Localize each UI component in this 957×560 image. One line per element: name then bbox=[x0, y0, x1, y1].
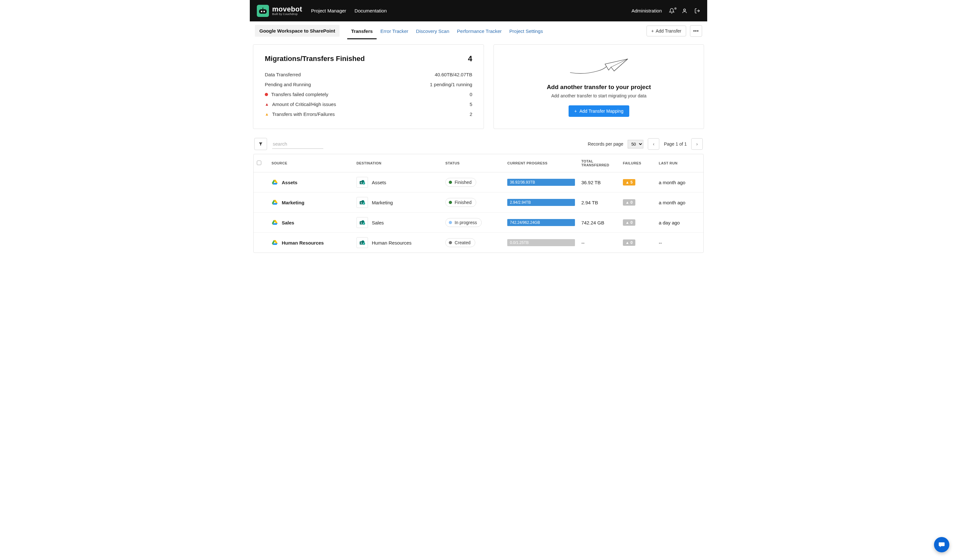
plus-icon: + bbox=[651, 28, 654, 33]
stat-critical: ▲Amount of Critical/High issues 5 bbox=[265, 99, 472, 109]
row-destination: Marketing bbox=[372, 200, 393, 205]
warning-triangle-icon: ▲ bbox=[625, 180, 629, 185]
user-icon[interactable] bbox=[682, 8, 687, 14]
search-input[interactable] bbox=[272, 139, 323, 149]
stat-value: 0 bbox=[469, 91, 472, 97]
google-drive-icon bbox=[272, 219, 278, 226]
row-status: Created bbox=[455, 240, 471, 245]
failure-badge: ▲ 0 bbox=[623, 199, 635, 206]
google-drive-icon bbox=[272, 199, 278, 206]
svg-point-12 bbox=[684, 9, 685, 11]
plus-icon: + bbox=[574, 109, 577, 114]
progress-bar: 36.92/36.93TB bbox=[507, 179, 575, 186]
row-status: Finished bbox=[455, 200, 471, 205]
status-dot-icon bbox=[449, 181, 452, 184]
svg-point-11 bbox=[262, 8, 263, 8]
brand-tagline: Built by Couchdrop bbox=[272, 13, 302, 16]
chevron-left-icon: ‹ bbox=[653, 142, 654, 147]
col-last-run[interactable]: LAST RUN bbox=[655, 154, 703, 172]
page-indicator: Page 1 of 1 bbox=[664, 142, 687, 147]
warning-triangle-icon: ▲ bbox=[625, 240, 629, 245]
next-page-button[interactable]: › bbox=[691, 138, 703, 150]
col-failures[interactable]: FAILURES bbox=[620, 154, 655, 172]
tab-project-settings[interactable]: Project Settings bbox=[505, 22, 547, 39]
row-total: 2.94 TB bbox=[578, 192, 620, 213]
logout-icon[interactable] bbox=[695, 8, 700, 14]
google-drive-icon bbox=[272, 240, 278, 246]
row-destination: Sales bbox=[372, 220, 384, 226]
sharepoint-icon bbox=[359, 199, 365, 206]
records-per-page-label: Records per page bbox=[588, 142, 623, 147]
add-transfer-button[interactable]: + Add Transfer bbox=[646, 25, 686, 36]
row-total: -- bbox=[578, 233, 620, 252]
row-fail-count: 5 bbox=[630, 180, 633, 185]
table-filter-row: Records per page 50 ‹ Page 1 of 1 › bbox=[250, 129, 707, 154]
red-dot-icon bbox=[265, 93, 268, 96]
tab-transfers[interactable]: Transfers bbox=[347, 22, 377, 39]
failure-badge: ▲ 5 bbox=[623, 179, 635, 186]
filter-button[interactable] bbox=[254, 138, 267, 150]
stat-value: 1 pending/1 running bbox=[430, 82, 472, 87]
row-source: Assets bbox=[282, 180, 297, 185]
more-actions-button[interactable]: ••• bbox=[690, 25, 702, 37]
nav-administration[interactable]: Administration bbox=[632, 8, 662, 13]
stat-label: Transfers failed completely bbox=[271, 91, 328, 97]
chevron-right-icon: › bbox=[696, 142, 698, 147]
col-destination[interactable]: DESTINATION bbox=[353, 154, 442, 172]
row-fail-count: 0 bbox=[630, 200, 633, 205]
summary-title: Migrations/Transfers Finished bbox=[265, 55, 365, 63]
table-row[interactable]: Human Resources Human Resources Created … bbox=[254, 233, 703, 252]
google-drive-icon bbox=[272, 179, 278, 186]
status-dot-icon bbox=[449, 221, 452, 224]
records-per-page-select[interactable]: 50 bbox=[628, 140, 643, 148]
stat-label: Amount of Critical/High issues bbox=[272, 101, 336, 107]
transfers-table: SOURCE DESTINATION STATUS CURRENT PROGRE… bbox=[253, 154, 704, 253]
row-last-run: a day ago bbox=[655, 213, 703, 233]
brand-badge-icon bbox=[257, 5, 269, 17]
tab-performance-tracker[interactable]: Performance Tracker bbox=[453, 22, 505, 39]
table-row[interactable]: Sales Sales In progress 742.24/962.24GB … bbox=[254, 213, 703, 233]
tab-error-tracker[interactable]: Error Tracker bbox=[377, 22, 412, 39]
status-pill: In progress bbox=[445, 218, 482, 227]
status-dot-icon bbox=[449, 201, 452, 204]
add-transfer-panel: Add another transfer to your project Add… bbox=[494, 44, 704, 129]
row-status: In progress bbox=[455, 220, 477, 225]
nav-documentation[interactable]: Documentation bbox=[355, 8, 387, 13]
sharepoint-icon bbox=[359, 240, 365, 246]
stat-data-transferred: Data Transferred 40.60TB/42.07TB bbox=[265, 69, 472, 79]
project-tabs: Transfers Error Tracker Discovery Scan P… bbox=[347, 22, 546, 39]
row-total: 36.92 TB bbox=[578, 172, 620, 192]
brand-name: movebot bbox=[272, 6, 302, 13]
add-transfer-mapping-button[interactable]: + Add Transfer Mapping bbox=[569, 106, 629, 117]
stat-label: Pending and Running bbox=[265, 82, 311, 87]
col-progress[interactable]: CURRENT PROGRESS bbox=[504, 154, 578, 172]
prev-page-button[interactable]: ‹ bbox=[648, 138, 659, 150]
row-fail-count: 0 bbox=[630, 240, 633, 245]
progress-bar: 2.94/2.94TB bbox=[507, 199, 575, 206]
table-row[interactable]: Marketing Marketing Finished 2.94/2.94TB… bbox=[254, 192, 703, 213]
project-ribbon: Google Workspace to SharePoint Transfers… bbox=[250, 21, 707, 41]
row-destination: Human Resources bbox=[372, 240, 411, 246]
tab-discovery-scan[interactable]: Discovery Scan bbox=[412, 22, 453, 39]
svg-rect-7 bbox=[259, 9, 267, 14]
project-name-chip[interactable]: Google Workspace to SharePoint bbox=[255, 25, 340, 37]
nav-project-manager[interactable]: Project Manager bbox=[311, 8, 346, 13]
progress-bar: 742.24/962.24GB bbox=[507, 219, 575, 226]
col-status[interactable]: STATUS bbox=[442, 154, 504, 172]
bell-icon[interactable] bbox=[669, 8, 674, 14]
col-source[interactable]: SOURCE bbox=[268, 154, 353, 172]
table-row[interactable]: Assets Assets Finished 36.92/36.93TB 36.… bbox=[254, 172, 703, 192]
row-progress: 742.24/962.24GB bbox=[510, 220, 540, 225]
row-last-run: -- bbox=[655, 233, 703, 252]
funnel-icon bbox=[258, 142, 263, 146]
add-transfer-label: Add Transfer bbox=[656, 28, 681, 33]
select-all-checkbox[interactable] bbox=[257, 161, 261, 165]
stat-value: 40.60TB/42.07TB bbox=[435, 72, 472, 77]
failure-badge: ▲ 0 bbox=[623, 240, 635, 246]
warning-triangle-icon: ▲ bbox=[625, 200, 629, 205]
brand-logo[interactable]: movebot Built by Couchdrop bbox=[257, 5, 302, 17]
stat-with-errors: ▲Transfers with Errors/Failures 2 bbox=[265, 109, 472, 119]
warning-triangle-icon: ▲ bbox=[625, 220, 629, 225]
col-total[interactable]: TOTAL TRANSFERRED bbox=[578, 154, 620, 172]
status-pill: Finished bbox=[445, 178, 476, 187]
